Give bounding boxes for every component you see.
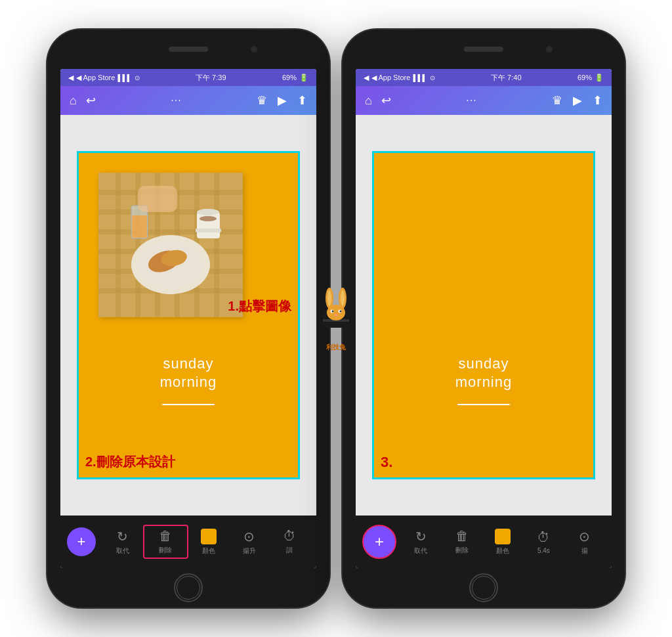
add-button-left[interactable]: + [67, 527, 96, 556]
delete-icon-left: 🗑 [159, 529, 172, 544]
wifi-right: ⊙ [430, 74, 435, 81]
elevate-label-left: 揚升 [243, 546, 256, 556]
replace-item-left[interactable]: ↻ 取代 [102, 529, 143, 556]
svg-point-19 [197, 209, 219, 215]
svg-point-21 [200, 216, 217, 221]
color-label-left: 顏色 [202, 546, 215, 556]
bottom-toolbar-right: + ↻ 取代 🗑 刪除 顏色 ⏱ 5.4s ⊙ [356, 516, 612, 568]
play-icon-left[interactable]: ▶ [278, 93, 287, 108]
replace-item-right[interactable]: ↻ 取代 [400, 529, 441, 556]
crown-icon-left[interactable]: ♛ [257, 93, 267, 108]
camera-left [251, 46, 257, 53]
timing-item-right[interactable]: ⏱ 5.4s [523, 530, 564, 554]
color-item-left[interactable]: 顏色 [188, 529, 229, 556]
color-item-right[interactable]: 顏色 [482, 529, 523, 556]
canvas-underline-right [457, 404, 510, 405]
status-left-left: ◀ ◀ App Store ▌▌▌ ⊙ [68, 74, 140, 82]
share-icon-left[interactable]: ⬆ [297, 93, 307, 108]
canvas-text-line1-left: sunday [79, 355, 298, 374]
play-icon-right[interactable]: ▶ [573, 93, 582, 108]
time-right: 下午 7:40 [491, 73, 521, 83]
signal-bars-left: ▌▌▌ [117, 74, 131, 81]
battery-icon-right: 🔋 [595, 74, 604, 82]
canvas-left[interactable]: 1.點擊圖像 sunday morning 2.刪除原本設計 [77, 151, 300, 479]
time-left: 下午 7:39 [196, 73, 226, 83]
timing-icon-left: ⏱ [283, 529, 296, 544]
elevate-icon-left: ⊙ [243, 529, 255, 544]
phone-bottom-left [47, 568, 329, 607]
back-arrow-right[interactable]: ◀ [364, 74, 369, 82]
delete-label-left: 刪除 [159, 546, 172, 555]
home-button-inner-right [472, 576, 495, 600]
app-toolbar-right: ⌂ ↩ ··· ♛ ▶ ⬆ [356, 86, 612, 115]
home-icon-left[interactable]: ⌂ [70, 94, 77, 108]
add-button-right[interactable]: + [362, 525, 396, 559]
speaker-left [169, 47, 208, 52]
canvas-text-line2-right: morning [374, 373, 593, 392]
back-arrow-left[interactable]: ◀ [68, 74, 74, 82]
delete-item-right[interactable]: 🗑 刪除 [441, 529, 482, 555]
main-content-left: 1.點擊圖像 sunday morning 2.刪除原本設計 [60, 115, 316, 516]
home-button-left[interactable] [174, 573, 203, 602]
canvas-text-left: sunday morning [79, 355, 298, 392]
dots-icon-left[interactable]: ··· [171, 95, 181, 106]
dots-icon-right[interactable]: ··· [466, 95, 476, 106]
svg-point-35 [332, 311, 334, 313]
replace-label-right: 取代 [414, 546, 427, 556]
center-mascot: 利技兔 [316, 285, 356, 352]
color-swatch-right [495, 529, 511, 544]
canvas-underline-left [162, 404, 215, 405]
more-item-right[interactable]: ⊙ 揚 [564, 529, 605, 556]
camera-right [546, 46, 553, 53]
share-icon-right[interactable]: ⬆ [593, 93, 602, 108]
color-swatch-left [201, 529, 217, 544]
toolbar-right-right: ♛ ▶ ⬆ [552, 93, 602, 108]
canvas-text-line2-left: morning [79, 373, 298, 392]
canvas-right[interactable]: sunday morning 3. [372, 151, 595, 479]
battery-pct-right: 69% [578, 74, 592, 81]
delete-icon-right: 🗑 [455, 529, 469, 544]
svg-rect-18 [197, 212, 220, 238]
svg-point-37 [335, 315, 337, 317]
timing-label-right: 5.4s [537, 547, 550, 554]
crown-icon-right[interactable]: ♛ [552, 93, 562, 108]
more-icon-right: ⊙ [579, 529, 590, 544]
elevate-item-left[interactable]: ⊙ 揚升 [229, 529, 270, 556]
signal-bars-right: ▌▌▌ [413, 74, 427, 81]
delete-item-left[interactable]: 🗑 刪除 [143, 525, 189, 559]
main-content-right: sunday morning 3. [356, 115, 612, 516]
home-icon-right[interactable]: ⌂ [365, 94, 372, 108]
timing-label-left: 訓 [286, 546, 293, 555]
toolbar-left-right: ⌂ ↩ [365, 93, 391, 108]
timing-item-left[interactable]: ⏱ 訓 [269, 529, 310, 555]
app-store-label-right: ◀ App Store [371, 74, 410, 82]
home-button-inner-left [177, 576, 200, 600]
phone-top-left [47, 30, 329, 69]
photo-element-left[interactable] [98, 173, 243, 317]
phone-left: ◀ ◀ App Store ▌▌▌ ⊙ 下午 7:39 69% 🔋 ⌂ ↩ ··… [47, 30, 329, 607]
screen-left: ◀ ◀ App Store ▌▌▌ ⊙ 下午 7:39 69% 🔋 ⌂ ↩ ··… [60, 69, 316, 568]
svg-rect-23 [132, 215, 147, 238]
svg-point-32 [327, 305, 345, 320]
mascot-figure [316, 285, 356, 340]
status-bar-left: ◀ ◀ App Store ▌▌▌ ⊙ 下午 7:39 69% 🔋 [60, 69, 316, 86]
status-right-left: 69% 🔋 [282, 74, 308, 82]
home-button-right[interactable] [469, 573, 498, 602]
status-right-right: 69% 🔋 [578, 74, 604, 82]
phone-bottom-right [343, 568, 625, 607]
page-container: ◀ ◀ App Store ▌▌▌ ⊙ 下午 7:39 69% 🔋 ⌂ ↩ ··… [0, 0, 672, 637]
undo-icon-right[interactable]: ↩ [381, 93, 391, 108]
wifi-left: ⊙ [135, 74, 140, 81]
svg-point-31 [341, 290, 345, 306]
status-left-right: ◀ ◀ App Store ▌▌▌ ⊙ [364, 74, 435, 82]
more-label-right: 揚 [581, 546, 588, 556]
svg-rect-24 [138, 186, 177, 212]
svg-point-36 [340, 311, 342, 313]
replace-label-left: 取代 [116, 546, 129, 556]
canvas-text-line1-right: sunday [374, 355, 593, 374]
instruction-2-text: 2.刪除原本設計 [85, 453, 175, 471]
replace-icon-left: ↻ [117, 529, 128, 544]
mascot-label: 利技兔 [326, 343, 346, 352]
undo-icon-left[interactable]: ↩ [86, 93, 96, 108]
speaker-right [464, 47, 503, 52]
